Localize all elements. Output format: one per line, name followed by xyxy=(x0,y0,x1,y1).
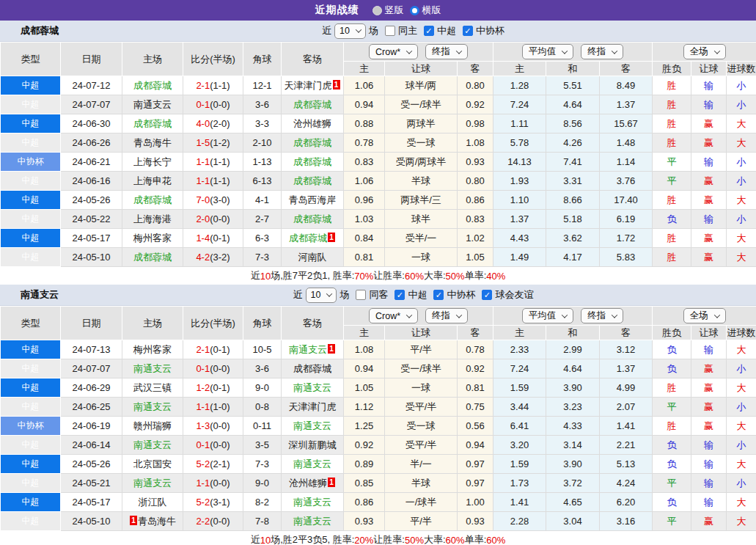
sub-column-header: 让球 xyxy=(691,62,727,76)
checkbox-checked[interactable]: ✓ xyxy=(482,290,492,300)
asian-home-odds: 1.06 xyxy=(344,172,385,191)
goals-result-cell: 小 xyxy=(727,474,756,493)
team-label: 南通支云 xyxy=(289,344,327,355)
team-label: 南通支云 xyxy=(133,401,172,412)
asian-handicap: 受一/球半 xyxy=(385,95,458,114)
asian-odds-time-select[interactable]: 终指 xyxy=(425,44,468,59)
match-row: 中超24-07-13梅州客家2-1(0-1)10-5南通支云11.08平/半0.… xyxy=(1,340,756,359)
asian-away-odds: 0.78 xyxy=(458,340,493,359)
sub-column-header: 胜负 xyxy=(653,326,691,340)
match-date-cell: 24-05-17 xyxy=(61,493,122,512)
match-type-cell: 中超 xyxy=(1,398,61,417)
chevron-down-icon xyxy=(456,312,462,318)
corner-cell: 3-3 xyxy=(243,114,282,133)
away-team-cell: 沧州雄狮 xyxy=(282,114,344,133)
checkbox-checked[interactable]: ✓ xyxy=(424,26,434,36)
view-mode-option[interactable]: 横版 xyxy=(410,4,441,17)
score-cell: 2-1(1-1) xyxy=(183,76,243,95)
team-label: 浙江队 xyxy=(139,497,167,508)
match-date-cell: 24-05-10 xyxy=(61,512,122,531)
bookmaker-select[interactable]: Crow* xyxy=(369,308,418,323)
euro-draw-odds: 3.62 xyxy=(546,229,600,248)
match-row: 中超24-05-17梅州客家1-4(0-1)6-3成都蓉城10.84受半/一1.… xyxy=(1,229,756,248)
corner-cell: 6-3 xyxy=(243,229,282,248)
asian-home-odds: 0.94 xyxy=(344,359,385,378)
fulltime-score: 5-2 xyxy=(196,497,210,508)
euro-home-odds: 1.49 xyxy=(493,248,546,267)
asian-away-odds: 1.00 xyxy=(458,493,493,512)
goals-result-cell: 小 xyxy=(727,76,756,95)
section-header: 成都蓉城近10场同主✓中超✓中协杯 xyxy=(0,21,756,42)
view-mode-option[interactable]: 竖版 xyxy=(373,4,404,17)
fulltime-score: 0-1 xyxy=(196,363,210,374)
scope-select[interactable]: 全场 xyxy=(683,44,726,59)
team-label: 南通支云 xyxy=(133,99,172,110)
euro-draw-odds: 4.17 xyxy=(546,248,600,267)
near-label: 近 xyxy=(293,288,303,301)
euro-odds-time-select[interactable]: 终指 xyxy=(581,44,623,59)
fulltime-score: 1-2 xyxy=(196,382,210,393)
team-label: 成都蓉城 xyxy=(293,156,331,167)
corner-cell: 4-1 xyxy=(243,191,282,210)
fulltime-score: 0-1 xyxy=(196,99,210,110)
match-type-cell: 中超 xyxy=(1,455,61,474)
euro-away-odds: 1.14 xyxy=(600,153,653,172)
euro-draw-odds: 3.14 xyxy=(546,436,600,455)
home-team-cell: 浙江队 xyxy=(122,493,183,512)
radio-unchecked-icon[interactable] xyxy=(373,6,382,15)
checkbox-label: 球会友谊 xyxy=(495,288,533,301)
result-cell: 胜 xyxy=(653,76,691,95)
euro-odds-source-select[interactable]: 平均值 xyxy=(522,44,574,59)
match-count-select[interactable]: 10 xyxy=(334,23,366,39)
asian-away-odds: 0.80 xyxy=(458,172,493,191)
team-label: 上海海港 xyxy=(133,213,172,224)
away-team-cell: 成都蓉城 xyxy=(282,133,344,153)
match-type-cell: 中超 xyxy=(1,378,61,398)
team-label: 天津津门虎 xyxy=(285,80,332,91)
radio-checked-icon[interactable] xyxy=(410,6,419,15)
checkbox-unchecked[interactable] xyxy=(356,290,366,300)
halftime-score: (1-1) xyxy=(210,80,230,91)
handicap-result-cell: 输 xyxy=(691,474,727,493)
euro-home-odds: 1.10 xyxy=(493,191,546,210)
asian-odds-time-select[interactable]: 终指 xyxy=(425,308,468,323)
match-date-cell: 24-06-14 xyxy=(61,436,122,455)
asian-home-odds: 0.84 xyxy=(344,229,385,248)
euro-odds-time-select[interactable]: 终指 xyxy=(581,308,623,323)
page-title: 近期战绩 xyxy=(315,4,359,17)
team-label: 深圳新鹏城 xyxy=(289,439,337,450)
euro-away-odds: 2.21 xyxy=(600,436,653,455)
checkbox-label: 同主 xyxy=(398,24,417,37)
checkbox-checked[interactable]: ✓ xyxy=(394,290,405,300)
team-label: 成都蓉城 xyxy=(133,194,172,205)
checkbox-unchecked[interactable] xyxy=(385,26,395,36)
team-label: 成都蓉城 xyxy=(133,252,172,263)
checkbox-checked[interactable]: ✓ xyxy=(463,26,473,36)
checkbox-checked[interactable]: ✓ xyxy=(433,290,444,300)
fulltime-score: 2-0 xyxy=(196,213,210,224)
euro-away-odds: 1.37 xyxy=(600,359,653,378)
euro-home-odds: 1.28 xyxy=(493,76,546,95)
team-name: 成都蓉城 xyxy=(21,24,59,37)
corner-cell: 2-7 xyxy=(243,210,282,229)
match-row: 中超24-07-07南通支云0-1(0-0)3-6成都蓉城0.94受一/球半0.… xyxy=(1,95,756,114)
euro-home-odds: 4.43 xyxy=(493,229,546,248)
goals-result-cell: 大 xyxy=(727,340,756,359)
match-filters: 近10场同客✓中超✓中协杯✓球会友谊 xyxy=(293,288,534,303)
team-label: 赣州瑞狮 xyxy=(133,420,172,431)
scope-select[interactable]: 全场 xyxy=(683,308,726,323)
asian-away-odds: 0.92 xyxy=(458,95,493,114)
handicap-result-cell: 输 xyxy=(691,493,727,512)
score-cell: 1-2(0-1) xyxy=(183,378,243,398)
match-date-cell: 24-06-26 xyxy=(61,133,122,153)
euro-home-odds: 1.41 xyxy=(493,493,546,512)
stats-summary: 近10场,胜2平3负5, 胜率:20% 让胜率:50% 大率:60% 单率:60… xyxy=(0,531,756,545)
goals-result-cell: 小 xyxy=(727,210,756,229)
euro-odds-source-select[interactable]: 平均值 xyxy=(522,308,574,323)
euro-draw-odds: 3.23 xyxy=(546,398,600,417)
asian-handicap: 受平/半 xyxy=(385,436,458,455)
match-count-select[interactable]: 10 xyxy=(306,288,337,303)
bookmaker-select[interactable]: Crow* xyxy=(369,44,418,59)
match-type-cell: 中超 xyxy=(1,248,61,267)
summary-part: 70% xyxy=(354,271,373,282)
